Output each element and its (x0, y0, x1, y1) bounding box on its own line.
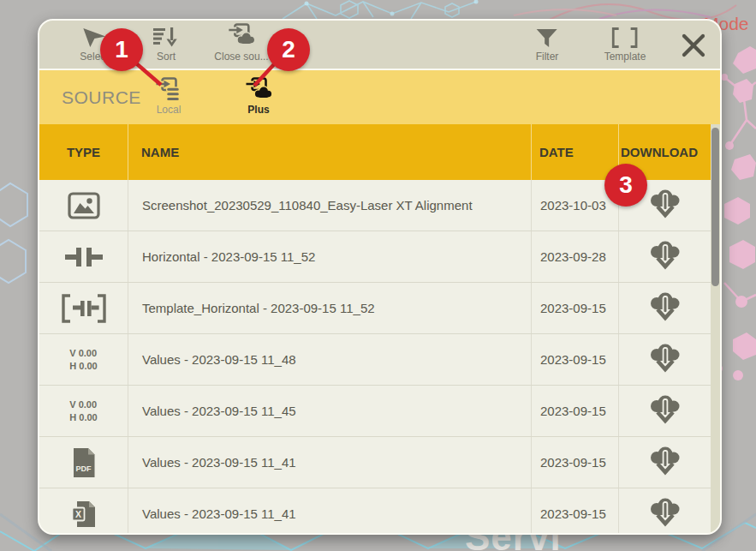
local-label: Local (157, 104, 182, 116)
file-name: Values - 2023-09-15 11_45 (128, 386, 531, 436)
close-source-button[interactable]: Close sou... (214, 25, 268, 63)
download-cloud-icon (648, 292, 682, 324)
table-row[interactable]: X Values - 2023-09-15 11_41 2023-09-15 (39, 488, 720, 533)
sort-icon (153, 25, 179, 48)
file-name: Values - 2023-09-15 11_41 (128, 437, 531, 488)
callout-badge-2: 2 (267, 28, 310, 71)
source-section-label: SOURCE (62, 87, 141, 108)
file-name: Screenshot_20230529_110840_Easy-Laser XT… (128, 180, 531, 231)
template-label: Template (604, 51, 646, 63)
download-button[interactable] (646, 290, 684, 326)
filter-label: Filter (536, 51, 559, 63)
values-v-line: V 0.00 (69, 398, 97, 410)
excel-icon: X (39, 488, 128, 533)
scrollbar-thumb[interactable] (711, 128, 719, 286)
template-coupling-icon (39, 283, 128, 333)
sort-button[interactable]: Sort (153, 25, 179, 63)
download-button[interactable] (646, 393, 684, 428)
header-separator (128, 124, 128, 180)
file-name: Template_Horizontal - 2023-09-15 11_52 (128, 283, 531, 333)
pdf-icon: PDF (39, 437, 128, 488)
file-date: 2023-09-15 (531, 334, 618, 385)
header-download: DOWNLOAD (613, 145, 705, 159)
close-icon (682, 33, 705, 60)
plus-cloud-icon (245, 76, 273, 102)
callout-badge-1: 1 (100, 28, 143, 71)
svg-text:X: X (74, 509, 80, 519)
file-date: 2023-09-15 (531, 283, 618, 333)
file-date: 2023-09-28 (531, 231, 618, 282)
source-row: SOURCE Local Plus (39, 70, 720, 124)
local-database-icon (155, 76, 183, 102)
table-body: Screenshot_20230529_110840_Easy-Laser XT… (39, 180, 720, 533)
callout-badge-3: 3 (604, 164, 647, 207)
download-button[interactable] (646, 342, 684, 377)
close-source-cloud-icon (228, 25, 256, 48)
download-cloud-icon (648, 344, 682, 375)
download-cloud-icon (648, 241, 682, 273)
table-row[interactable]: Horizontal - 2023-09-15 11_52 2023-09-28 (39, 231, 720, 283)
source-browser-dialog: Select Sort Close sou... Filter Template (38, 19, 722, 535)
source-plus-button[interactable]: Plus (245, 76, 273, 116)
sort-label: Sort (157, 51, 176, 63)
file-date: 2023-09-15 (531, 488, 618, 533)
values-h-line: H 0.00 (69, 411, 97, 423)
file-name: Horizontal - 2023-09-15 11_52 (128, 231, 531, 282)
values-v-line: V 0.00 (69, 347, 97, 359)
close-source-label: Close sou... (214, 51, 268, 63)
download-button[interactable] (646, 188, 684, 223)
file-name: Values - 2023-09-15 11_48 (128, 334, 531, 385)
download-cloud-icon (648, 189, 682, 221)
values-h-line: H 0.00 (69, 360, 97, 372)
download-cloud-icon (648, 498, 682, 530)
vertical-scrollbar[interactable] (711, 124, 720, 533)
svg-text:PDF: PDF (75, 464, 92, 473)
header-name: NAME (141, 124, 179, 180)
download-button[interactable] (646, 445, 684, 480)
filter-button[interactable]: Filter (536, 25, 559, 63)
download-button[interactable] (646, 496, 684, 531)
source-local-button[interactable]: Local (155, 76, 183, 116)
plus-label: Plus (247, 104, 269, 116)
values-icon: V 0.00H 0.00 (39, 386, 128, 436)
coupling-icon (39, 231, 128, 282)
table-row[interactable]: Template_Horizontal - 2023-09-15 11_52 2… (39, 283, 720, 334)
image-icon (39, 180, 128, 231)
header-type: TYPE (39, 124, 128, 180)
values-icon: V 0.00H 0.00 (39, 334, 128, 385)
file-date: 2023-09-15 (531, 437, 618, 488)
file-name: Values - 2023-09-15 11_41 (128, 488, 531, 533)
template-button[interactable]: Template (604, 25, 646, 63)
download-button[interactable] (646, 239, 684, 274)
table-row[interactable]: V 0.00H 0.00 Values - 2023-09-15 11_45 2… (39, 386, 720, 437)
close-dialog-button[interactable] (675, 29, 712, 63)
header-separator (531, 124, 532, 180)
template-brackets-icon (612, 25, 638, 48)
screen: Servi Mode Select Sort Close sou... Filt… (0, 0, 756, 551)
table-row[interactable]: PDF Values - 2023-09-15 11_41 2023-09-15 (39, 437, 720, 488)
download-cloud-icon (648, 395, 682, 427)
table-row[interactable]: V 0.00H 0.00 Values - 2023-09-15 11_48 2… (39, 334, 720, 386)
download-cloud-icon (648, 446, 682, 478)
filter-funnel-icon (536, 25, 558, 48)
file-date: 2023-09-15 (531, 386, 618, 436)
